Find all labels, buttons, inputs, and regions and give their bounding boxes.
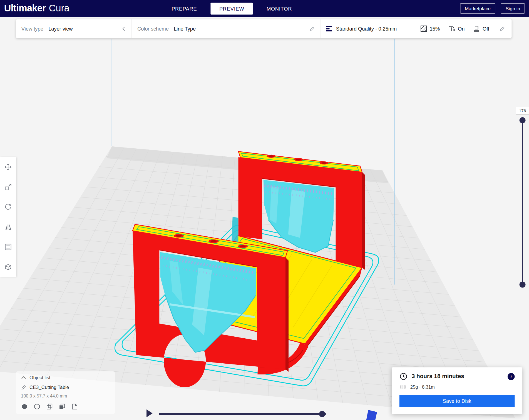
simulation-slider-track[interactable] <box>159 413 326 415</box>
edit-settings-icon[interactable] <box>500 26 505 31</box>
view-type-label: View type <box>21 26 43 32</box>
support-icon <box>449 25 455 32</box>
mirror-tool-icon[interactable] <box>0 217 16 237</box>
view-type-selector[interactable]: View type Layer view <box>16 19 132 38</box>
header-actions: Marketplace Sign in <box>460 3 529 14</box>
adhesion-icon <box>473 25 480 32</box>
layer-slider-bottom-handle[interactable] <box>520 282 526 288</box>
adhesion-pair: Off <box>473 25 489 32</box>
wireframe-model-icon[interactable] <box>34 403 40 410</box>
info-icon[interactable]: i <box>508 373 515 380</box>
chevron-left-icon[interactable] <box>121 26 126 31</box>
logo-cura: Cura <box>49 3 69 14</box>
edit-color-scheme-icon[interactable] <box>309 26 315 31</box>
3d-viewport[interactable] <box>0 0 529 420</box>
color-scheme-value: Line Type <box>174 26 196 32</box>
play-button[interactable] <box>145 409 154 418</box>
color-scheme-label: Color scheme <box>137 26 169 32</box>
print-time-value: 3 hours 18 minutes <box>412 373 464 380</box>
print-time-row: 3 hours 18 minutes i <box>399 372 515 380</box>
tab-prepare[interactable]: PREPARE <box>163 2 206 14</box>
quality-icon <box>326 26 332 31</box>
object-type-icons <box>21 403 110 410</box>
view-type-value: Layer view <box>48 26 73 32</box>
clock-icon <box>399 372 408 380</box>
copy-model-icon[interactable] <box>59 403 65 410</box>
chevron-up-icon <box>21 376 26 379</box>
move-tool-icon[interactable] <box>0 157 16 177</box>
simulation-slider-handle[interactable] <box>319 411 325 417</box>
settings-quick-values: 15% On Off <box>412 25 506 32</box>
print-summary-card: 3 hours 18 minutes i 25g · 8.31m Save to… <box>392 367 522 414</box>
rename-pencil-icon[interactable] <box>21 385 26 390</box>
header: Ultimaker Cura PREPARE PREVIEW MONITOR M… <box>0 0 529 17</box>
material-spool-icon <box>400 384 406 390</box>
object-dimensions: 100.0 x 57.7 x 44.0 mm <box>21 393 110 398</box>
left-toolbar <box>0 157 16 277</box>
material-usage-value: 25g · 8.31m <box>410 384 435 389</box>
support-pair: On <box>449 25 465 32</box>
per-model-settings-tool-icon[interactable] <box>0 237 16 257</box>
color-scheme-selector[interactable]: Color scheme Line Type <box>132 19 320 38</box>
stage-tabs: PREPARE PREVIEW MONITOR <box>163 0 300 17</box>
marketplace-button[interactable]: Marketplace <box>460 3 495 14</box>
support-blocker-tool-icon[interactable] <box>0 257 16 277</box>
profile-value: Standard Quality - 0.25mm <box>336 26 397 32</box>
support-value: On <box>458 26 465 32</box>
tab-monitor[interactable]: MONITOR <box>258 2 301 14</box>
folded-sheet-icon[interactable] <box>71 403 78 410</box>
signin-button[interactable]: Sign in <box>501 3 525 14</box>
duplicate-model-icon[interactable] <box>46 403 53 410</box>
solid-model-icon[interactable] <box>21 403 28 410</box>
object-list-panel: Object list CE3_Cutting Table 100.0 x 57… <box>16 371 115 414</box>
logo-ultimaker: Ultimaker <box>4 3 46 14</box>
save-to-disk-button[interactable]: Save to Disk <box>399 395 515 407</box>
cura-application: Ultimaker Cura PREPARE PREVIEW MONITOR M… <box>0 0 529 420</box>
object-list-title: Object list <box>29 375 50 380</box>
print-settings-summary[interactable]: Standard Quality - 0.25mm 15% On <box>321 19 512 38</box>
app-logo: Ultimaker Cura <box>0 3 69 14</box>
rotate-tool-icon[interactable] <box>0 197 16 217</box>
tab-preview[interactable]: PREVIEW <box>210 2 253 14</box>
layer-slider-track[interactable] <box>522 118 523 286</box>
adhesion-value: Off <box>483 26 489 32</box>
object-list-item[interactable]: CE3_Cutting Table <box>21 384 110 390</box>
material-usage-row: 25g · 8.31m <box>399 384 515 390</box>
infill-pair: 15% <box>421 25 440 32</box>
stage-toolbar: View type Layer view Color scheme Line T… <box>16 19 511 38</box>
current-layer-badge: 176 <box>516 107 529 114</box>
layer-slider-top-handle[interactable] <box>520 117 526 123</box>
scale-tool-icon[interactable] <box>0 177 16 197</box>
infill-value: 15% <box>430 26 440 32</box>
object-list-header[interactable]: Object list <box>21 375 110 380</box>
infill-icon <box>421 25 427 32</box>
object-name: CE3_Cutting Table <box>29 384 69 390</box>
